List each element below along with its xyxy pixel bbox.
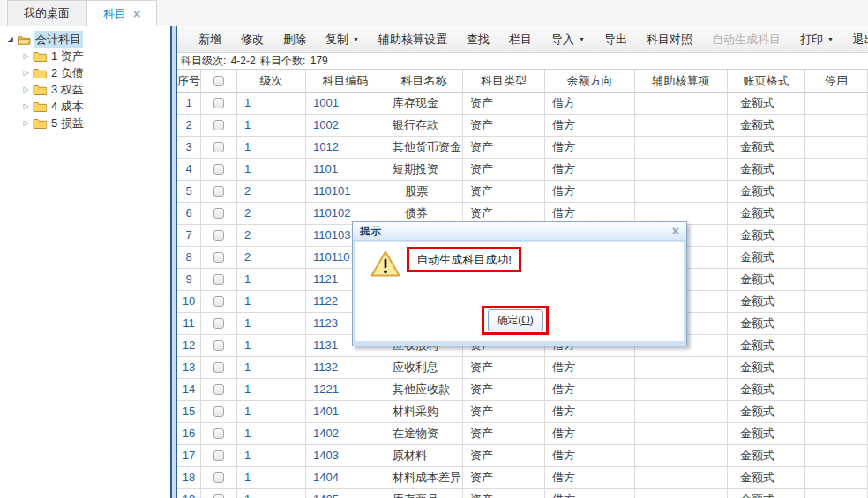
cell-seq: 10 xyxy=(177,291,201,313)
dialog-close-icon[interactable]: × xyxy=(672,225,679,237)
row-checkbox[interactable] xyxy=(213,120,224,130)
tree-expanded-icon[interactable]: ◢ xyxy=(4,35,16,43)
table-row[interactable]: 1611402在途物资资产借方金额式 xyxy=(177,423,868,445)
row-checkbox[interactable] xyxy=(213,252,224,263)
row-checkbox[interactable] xyxy=(213,230,224,241)
tree-item-4[interactable]: ▷4 成本 xyxy=(0,98,170,115)
cell-stop xyxy=(805,357,868,379)
tree-collapsed-icon[interactable]: ▷ xyxy=(20,85,32,93)
row-checkbox[interactable] xyxy=(213,318,224,329)
tree-children: ▷1 资产▷2 负债▷3 权益▷4 成本▷5 损益 xyxy=(0,48,170,131)
table-row[interactable]: 1711403原材料资产借方金额式 xyxy=(177,445,868,467)
cell-format: 金额式 xyxy=(728,137,805,159)
table-row[interactable]: 1511401材料采购资产借方金额式 xyxy=(177,401,868,423)
table-row[interactable]: 211002银行存款资产借方金额式 xyxy=(177,115,868,137)
column-header-0: 序号 xyxy=(177,70,201,93)
row-checkbox[interactable] xyxy=(213,296,224,307)
cell-checkbox xyxy=(201,291,237,313)
column-header-2: 级次 xyxy=(237,70,306,93)
cell-level: 1 xyxy=(237,357,306,379)
cell-seq: 8 xyxy=(177,247,201,269)
splitter-handle[interactable] xyxy=(170,26,177,498)
row-checkbox[interactable] xyxy=(213,142,224,152)
tab-close-icon[interactable]: × xyxy=(133,8,140,20)
tab-my-desktop[interactable]: 我的桌面 xyxy=(7,0,86,26)
ok-button[interactable]: 确定(O) xyxy=(488,309,542,331)
table-row[interactable]: 52110101股票资产借方金额式 xyxy=(177,181,868,203)
table-row[interactable]: 411101短期投资资产借方金额式 xyxy=(177,159,868,181)
tab-subject-label: 科目 xyxy=(103,6,126,22)
dialog-message: 自动生成科目成功! xyxy=(416,252,512,268)
dropdown-arrow-icon: ▼ xyxy=(353,36,359,42)
tree-collapsed-icon[interactable]: ▷ xyxy=(20,102,32,110)
cell-level: 1 xyxy=(237,93,306,115)
row-checkbox[interactable] xyxy=(213,450,224,461)
toolbar-edit-button[interactable]: 修改 xyxy=(231,32,273,48)
toolbar-copy-button[interactable]: 复制▼ xyxy=(316,32,369,48)
column-header-3: 科目编码 xyxy=(306,70,385,93)
row-checkbox[interactable] xyxy=(213,274,224,285)
row-checkbox[interactable] xyxy=(213,186,224,197)
row-checkbox[interactable] xyxy=(213,384,224,395)
cell-aux xyxy=(635,115,728,137)
tree-collapsed-icon[interactable]: ▷ xyxy=(20,69,32,77)
cell-aux xyxy=(635,401,728,423)
cell-type: 资产 xyxy=(463,445,545,467)
toolbar-delete-button[interactable]: 删除 xyxy=(273,32,316,48)
table-row[interactable]: 1411221其他应收款资产借方金额式 xyxy=(177,379,868,401)
row-checkbox[interactable] xyxy=(213,406,224,417)
subject-count-label: 科目个数: xyxy=(260,55,305,67)
row-checkbox[interactable] xyxy=(213,340,224,351)
select-all-checkbox[interactable] xyxy=(213,76,224,86)
toolbar-import-button[interactable]: 导入▼ xyxy=(542,32,595,48)
toolbar-subject-mapping-button[interactable]: 科目对照 xyxy=(637,32,702,48)
toolbar-aux-settings-button[interactable]: 辅助核算设置 xyxy=(369,32,457,48)
tree-item-5[interactable]: ▷5 损益 xyxy=(0,115,170,131)
row-checkbox[interactable] xyxy=(213,472,224,483)
cell-stop xyxy=(805,379,868,401)
table-row[interactable]: 1811404材料成本差异资产借方金额式 xyxy=(177,467,868,489)
cell-direction: 借方 xyxy=(545,467,635,489)
cell-direction: 借方 xyxy=(545,137,635,159)
column-header-7: 辅助核算项 xyxy=(635,70,728,93)
table-row[interactable]: 111001库存现金资产借方金额式 xyxy=(177,93,868,115)
toolbar-export-button[interactable]: 导出 xyxy=(595,32,637,48)
cell-stop xyxy=(805,291,868,313)
cell-format: 金额式 xyxy=(728,423,805,445)
cell-level: 1 xyxy=(237,313,306,335)
cell-stop xyxy=(805,203,868,225)
row-checkbox[interactable] xyxy=(213,208,224,219)
row-checkbox[interactable] xyxy=(213,362,224,373)
dialog-title-bar[interactable]: 提示 × xyxy=(353,222,686,241)
toolbar-auto-generate-button: 自动生成科目 xyxy=(702,32,790,48)
cell-level: 1 xyxy=(237,489,306,498)
cell-stop xyxy=(805,115,868,137)
tree-item-root[interactable]: ◢ 会计科目 xyxy=(0,31,170,48)
cell-stop xyxy=(805,269,868,291)
cell-type: 资产 xyxy=(463,93,545,115)
table-row[interactable]: 1911405库存商品资产借方金额式 xyxy=(177,489,868,498)
row-checkbox[interactable] xyxy=(213,98,224,108)
toolbar-find-button[interactable]: 查找 xyxy=(457,32,499,48)
cell-format: 金额式 xyxy=(728,401,805,423)
toolbar-exit-button[interactable]: 退出 xyxy=(843,32,868,48)
tree-item-3[interactable]: ▷3 权益 xyxy=(0,81,170,98)
tree-item-1[interactable]: ▷1 资产 xyxy=(0,48,170,64)
tree-collapsed-icon[interactable]: ▷ xyxy=(20,119,32,127)
folder-icon xyxy=(33,84,47,95)
tree-collapsed-icon[interactable]: ▷ xyxy=(20,52,32,60)
cell-checkbox xyxy=(201,115,237,137)
table-row[interactable]: 311012其他货币资金资产借方金额式 xyxy=(177,137,868,159)
folder-icon xyxy=(33,67,47,78)
tree-item-2[interactable]: ▷2 负债 xyxy=(0,64,170,81)
toolbar-print-button[interactable]: 打印▼ xyxy=(790,32,843,48)
cell-seq: 15 xyxy=(177,401,201,423)
row-checkbox[interactable] xyxy=(213,494,224,498)
table-row[interactable]: 1311132应收利息资产借方金额式 xyxy=(177,357,868,379)
row-checkbox[interactable] xyxy=(213,428,224,439)
tab-subject[interactable]: 科目 × xyxy=(86,0,157,26)
row-checkbox[interactable] xyxy=(213,164,224,175)
toolbar-columns-button[interactable]: 栏目 xyxy=(499,32,542,48)
cell-stop xyxy=(805,247,868,269)
toolbar-add-button[interactable]: 新增 xyxy=(189,32,231,48)
